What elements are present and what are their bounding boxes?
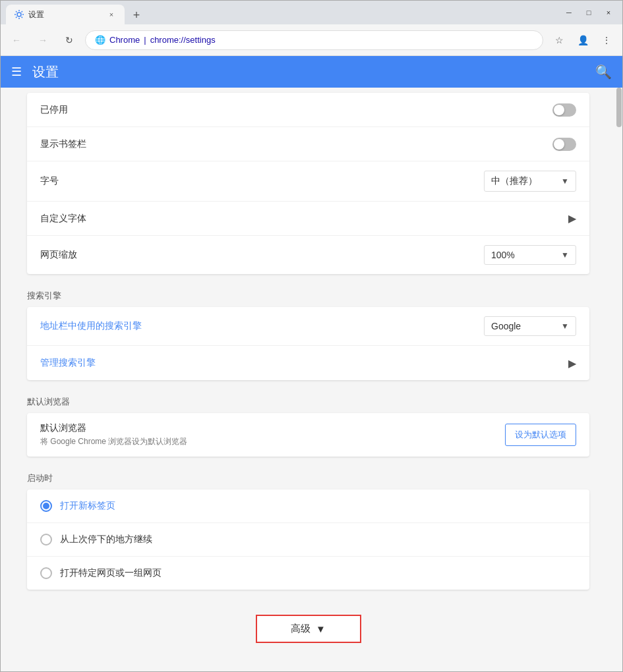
font-size-value: 中（推荐） [491, 175, 557, 187]
zoom-value: 100% [491, 250, 557, 260]
zoom-dropdown-arrow: ▼ [561, 250, 569, 260]
startup-radio-2[interactable] [40, 534, 52, 546]
site-icon: 🌐 [95, 35, 105, 45]
main-content: 已停用 显示书签栏 字号 中（推荐） ▼ [1, 88, 616, 671]
search-engine-value: Google [491, 321, 557, 331]
bookmarks-label: 显示书签栏 [40, 138, 552, 150]
disabled-label: 已停用 [40, 104, 552, 116]
disabled-row: 已停用 [27, 93, 589, 127]
address-bar-search-row: 地址栏中使用的搜索引擎 Google ▼ [27, 307, 589, 346]
active-tab[interactable]: 设置 × [6, 5, 125, 24]
app-title: 设置 [32, 63, 59, 81]
set-default-button[interactable]: 设为默认选项 [505, 424, 576, 446]
svg-point-0 [17, 13, 21, 16]
manage-search-label: 管理搜索引擎 [40, 357, 568, 369]
startup-card: 打开新标签页 从上次停下的地方继续 打开特定网页或一组网页 [27, 490, 589, 590]
appearance-card: 已停用 显示书签栏 字号 中（推荐） ▼ [27, 93, 589, 274]
font-size-dropdown[interactable]: 中（推荐） ▼ [484, 171, 576, 192]
url-path: chrome://settings [150, 35, 216, 45]
forward-button[interactable]: → [32, 30, 53, 51]
address-input[interactable]: 🌐 Chrome | chrome://settings [85, 30, 543, 50]
disabled-toggle-knob [554, 105, 564, 115]
search-engine-dropdown[interactable]: Google ▼ [484, 316, 576, 336]
font-size-row: 字号 中（推荐） ▼ [27, 161, 589, 202]
header-search-button[interactable]: 🔍 [595, 64, 612, 80]
default-browser-info: 默认浏览器 将 Google Chrome 浏览器设为默认浏览器 [40, 422, 505, 447]
close-button[interactable]: × [600, 6, 617, 19]
scrollbar[interactable] [616, 88, 622, 671]
bookmarks-row: 显示书签栏 [27, 127, 589, 161]
default-browser-card: 默认浏览器 将 Google Chrome 浏览器设为默认浏览器 设为默认选项 [27, 413, 589, 457]
startup-radio-1[interactable] [40, 500, 52, 512]
startup-label-1: 打开新标签页 [60, 500, 115, 512]
address-bar: ← → ↻ 🌐 Chrome | chrome://settings ☆ 👤 ⋮ [1, 24, 622, 56]
content-area: 已停用 显示书签栏 字号 中（推荐） ▼ [1, 88, 622, 671]
custom-font-label: 自定义字体 [40, 213, 568, 225]
refresh-button[interactable]: ↻ [59, 30, 80, 51]
app-header: ☰ 设置 🔍 [1, 56, 622, 88]
startup-option-2[interactable]: 从上次停下的地方继续 [27, 523, 589, 557]
minimize-button[interactable]: ─ [560, 6, 578, 19]
disabled-toggle[interactable] [552, 103, 576, 117]
back-button[interactable]: ← [6, 30, 27, 51]
advanced-button[interactable]: 高级 ▼ [256, 615, 361, 643]
custom-font-row[interactable]: 自定义字体 ▶ [27, 202, 589, 236]
manage-search-chevron: ▶ [568, 357, 576, 370]
window-controls: ─ □ × [560, 6, 617, 19]
zoom-label: 网页缩放 [40, 249, 484, 261]
search-engine-card: 地址栏中使用的搜索引擎 Google ▼ 管理搜索引擎 ▶ [27, 307, 589, 380]
default-browser-desc: 将 Google Chrome 浏览器设为默认浏览器 [40, 436, 505, 447]
profile-button[interactable]: 👤 [572, 30, 593, 51]
tab-settings-icon [14, 9, 24, 20]
url-separator: | [144, 35, 146, 45]
default-browser-row: 默认浏览器 将 Google Chrome 浏览器设为默认浏览器 设为默认选项 [27, 413, 589, 457]
font-size-label: 字号 [40, 175, 484, 187]
font-size-dropdown-arrow: ▼ [561, 177, 569, 186]
title-bar: 设置 × + ─ □ × [1, 1, 622, 24]
search-engine-heading: 搜索引擎 [1, 279, 616, 307]
default-browser-title: 默认浏览器 [40, 422, 505, 434]
zoom-dropdown[interactable]: 100% ▼ [484, 245, 576, 265]
hamburger-menu[interactable]: ☰ [11, 65, 22, 79]
startup-radio-3[interactable] [40, 567, 52, 579]
startup-option-3[interactable]: 打开特定网页或一组网页 [27, 557, 589, 590]
address-right-buttons: ☆ 👤 ⋮ [549, 30, 617, 51]
advanced-section: 高级 ▼ [1, 595, 616, 663]
tab-title: 设置 [28, 9, 102, 20]
startup-label-2: 从上次停下的地方继续 [60, 534, 152, 546]
address-bar-search-label: 地址栏中使用的搜索引擎 [40, 320, 484, 332]
new-tab-button[interactable]: + [127, 6, 146, 24]
scroll-thumb[interactable] [616, 88, 622, 127]
startup-heading: 启动时 [1, 462, 616, 490]
maximize-button[interactable]: □ [580, 6, 597, 19]
tab-area: 设置 × + [6, 1, 560, 24]
menu-button[interactable]: ⋮ [596, 30, 617, 51]
search-engine-dropdown-arrow: ▼ [561, 322, 569, 331]
bookmarks-toggle[interactable] [552, 138, 576, 151]
startup-radio-1-inner [43, 503, 49, 509]
tab-close-button[interactable]: × [106, 9, 117, 20]
default-browser-heading: 默认浏览器 [1, 385, 616, 413]
bookmarks-toggle-knob [554, 139, 564, 150]
zoom-row: 网页缩放 100% ▼ [27, 236, 589, 274]
startup-label-3: 打开特定网页或一组网页 [60, 567, 162, 579]
advanced-arrow: ▼ [316, 623, 326, 634]
manage-search-row[interactable]: 管理搜索引擎 ▶ [27, 346, 589, 380]
advanced-label: 高级 [291, 623, 311, 635]
startup-option-1[interactable]: 打开新标签页 [27, 490, 589, 523]
custom-font-chevron: ▶ [568, 212, 576, 225]
scroll-track[interactable] [616, 88, 622, 671]
bookmark-button[interactable]: ☆ [549, 30, 570, 51]
window-frame: 设置 × + ─ □ × ← → ↻ 🌐 Chrome | chrome://s… [0, 0, 623, 672]
url-brand: Chrome [109, 35, 140, 45]
